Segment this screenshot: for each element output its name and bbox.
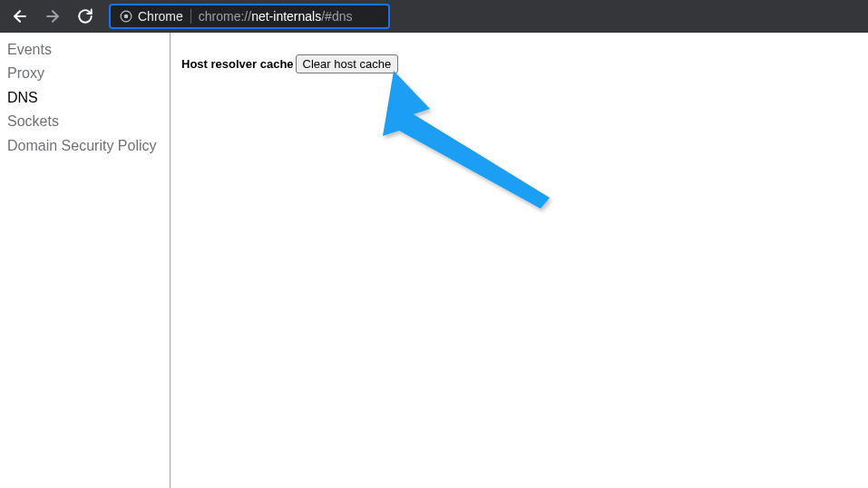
host-resolver-row: Host resolver cache Clear host cache [181, 54, 857, 73]
forward-button[interactable] [40, 4, 65, 29]
url-path: /#dns [321, 9, 352, 24]
sidebar-item-domain-security-policy[interactable]: Domain Security Policy [0, 134, 170, 158]
browser-toolbar: Chrome chrome://net-internals/#dns [0, 0, 868, 33]
chrome-icon [120, 10, 132, 23]
back-button[interactable] [7, 4, 33, 29]
sidebar-item-dns[interactable]: DNS [0, 86, 170, 110]
url-host: net-internals [251, 9, 321, 24]
main-panel: Host resolver cache Clear host cache [171, 33, 868, 488]
sidebar-item-sockets[interactable]: Sockets [0, 110, 170, 133]
url-scheme-label: Chrome [138, 9, 190, 24]
reload-button[interactable] [73, 4, 98, 29]
address-bar[interactable]: Chrome chrome://net-internals/#dns [109, 4, 390, 29]
sidebar-item-events[interactable]: Events [0, 38, 170, 62]
sidebar: Events Proxy DNS Sockets Domain Security… [0, 33, 171, 488]
svg-point-3 [124, 15, 129, 19]
annotation-arrow-icon [368, 71, 568, 216]
sidebar-item-proxy[interactable]: Proxy [0, 62, 170, 85]
url-divider [190, 9, 191, 24]
url-scheme: chrome:// [199, 9, 251, 24]
host-resolver-label: Host resolver cache [181, 57, 294, 71]
clear-host-cache-button[interactable]: Clear host cache [296, 54, 399, 73]
content-area: Events Proxy DNS Sockets Domain Security… [0, 33, 868, 488]
